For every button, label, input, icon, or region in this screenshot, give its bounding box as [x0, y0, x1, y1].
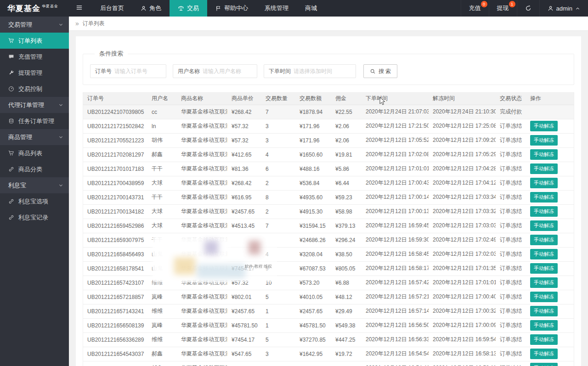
unfreeze-button[interactable]: 手动解冻 — [530, 292, 558, 302]
top-nav: 后台首页角色交易帮助中心系统管理商城 — [92, 0, 325, 17]
sidebar-item-recharge-mgmt[interactable]: 充值管理 — [0, 49, 69, 65]
sidebar-item-goods-list[interactable]: 商品列表 — [0, 145, 69, 161]
cell-price: ¥45781.50 — [227, 318, 261, 332]
unfreeze-button[interactable]: 手动解冻 — [530, 206, 558, 217]
cell-user: 郝鑫 — [147, 347, 177, 361]
cell-price: ¥81.36 — [227, 162, 261, 176]
unfreeze-button[interactable]: 手动解冻 — [530, 277, 558, 288]
sidebar-item-withdraw-mgmt[interactable]: 提现管理 — [0, 65, 69, 81]
wrench-icon — [8, 70, 15, 76]
cell-commission: ¥59.23 — [331, 190, 362, 204]
top-nav-help-center[interactable]: 帮助中心 — [207, 0, 256, 17]
unfreeze-button[interactable]: 手动解冻 — [530, 149, 558, 160]
unfreeze-button[interactable]: 手动解冻 — [530, 192, 558, 203]
sidebar-item-interest-options[interactable]: 利息宝选项 — [0, 193, 69, 209]
breadcrumb-current: 订单列表 — [83, 20, 105, 28]
unfreeze-button[interactable]: 手动解冻 — [530, 349, 558, 359]
unfreeze-button[interactable]: 手动解冻 — [530, 121, 558, 131]
cell-order_time: 2020年12月24日 21:07:03 — [362, 105, 429, 119]
order-no-input[interactable] — [114, 65, 166, 77]
unfreeze-button[interactable]: 手动解冻 — [530, 363, 558, 366]
sidebar-item-agent-order-group[interactable]: 代理订单管理 — [0, 97, 69, 113]
sidebar-item-goods-category[interactable]: 商品分类 — [0, 161, 69, 177]
unfreeze-button[interactable]: 手动解冻 — [530, 263, 558, 274]
unfreeze-button[interactable]: 手动解冻 — [530, 320, 558, 331]
cell-status: 订单冻结 — [496, 304, 526, 318]
unfreeze-button[interactable]: 手动解冻 — [530, 249, 558, 259]
unfreeze-button[interactable]: 手动解冻 — [530, 334, 558, 345]
sidebar-item-interest-records[interactable]: 利息宝记录 — [0, 209, 69, 225]
coins-icon — [8, 118, 15, 124]
top-nav-recharge[interactable]: 充值0 — [461, 0, 489, 17]
top-nav-system-mgmt[interactable]: 系统管理 — [256, 0, 297, 17]
order-time-input[interactable] — [294, 65, 356, 77]
top-nav-trade[interactable]: 交易 — [170, 0, 207, 17]
cell-order_time: 2020年12月12日 16:57:14 — [362, 304, 429, 318]
top-nav-admin[interactable]: admin — [539, 0, 588, 17]
sidebar-item-order-list[interactable]: 订单列表 — [0, 33, 69, 49]
unfreeze-button[interactable]: 手动解冻 — [530, 178, 558, 188]
unfreeze-button[interactable]: 手动解冻 — [530, 306, 558, 316]
cell-qty: 7 — [261, 219, 295, 233]
cell-action: 手动解冻 — [526, 247, 574, 261]
cell-unfreeze_time: 2020年12月24日 21:10:30 — [429, 105, 496, 119]
order-table-wrap: 订单号用户名商品名称商品单价交易数量交易数额佣金下单时间解冻时间交易状态操作UB… — [83, 92, 574, 366]
cell-product: 华夏基金移动互联混合 — [177, 318, 227, 332]
cell-action: 手动解冻 — [526, 176, 574, 190]
cell-amount: ¥1878.94 — [295, 105, 331, 119]
cell-user: 大球 — [147, 219, 177, 233]
cell-price: ¥7454.17 — [227, 261, 261, 276]
person-icon — [141, 6, 147, 11]
sidebar-item-task-order-mgmt[interactable]: 任务订单管理 — [0, 113, 69, 129]
user-name-input[interactable] — [203, 65, 257, 77]
sidebar-item-goods-mgmt-group[interactable]: 商品管理 — [0, 129, 69, 145]
cell-qty: 10 — [261, 276, 295, 290]
top-nav-refresh[interactable] — [517, 0, 539, 17]
cell-order_time: 2020年12月12日 17:00:13 — [362, 204, 429, 219]
sidebar-item-trade-control[interactable]: 交易控制 — [0, 81, 69, 97]
cell-amount: ¥1650.60 — [295, 147, 331, 162]
cell-price: ¥412.65 — [227, 147, 261, 162]
top-nav-home[interactable]: 后台首页 — [92, 0, 132, 17]
cell-action: 手动解冻 — [526, 304, 574, 318]
unfreeze-button[interactable]: 手动解冻 — [530, 163, 558, 174]
search-button[interactable]: 搜 索 — [363, 64, 397, 78]
table-row: UB2012121657218857岚峰华夏基金移动互联混合¥802.015¥4… — [83, 290, 574, 304]
cell-status: 订单冻结 — [496, 233, 526, 247]
cell-product: 华夏基金移动互联混合 — [177, 332, 227, 347]
col-header-qty: 交易数量 — [261, 93, 295, 105]
chevron-down-icon — [58, 22, 63, 27]
person-icon — [548, 6, 554, 11]
top-nav-mall[interactable]: 商城 — [297, 0, 325, 17]
cell-order_time: 2020年12月12日 16:56:50 — [362, 318, 429, 332]
cell-order: UB2012121700438959 — [83, 176, 147, 190]
sidebar-item-trade-mgmt-group[interactable]: 交易管理 — [0, 17, 69, 33]
cell-order: UB2012121657143241 — [83, 304, 147, 318]
cell-amount: ¥171.96 — [295, 119, 331, 133]
col-header-unfreeze_time: 解冻时间 — [429, 93, 496, 105]
top-nav-roles[interactable]: 角色 — [132, 0, 170, 17]
unfreeze-button[interactable]: 手动解冻 — [530, 235, 558, 245]
top-nav-withdraw[interactable]: 提现1 — [489, 0, 517, 17]
unfreeze-button[interactable]: 手动解冻 — [530, 135, 558, 146]
main-content: » 订单列表 条件搜索 订单号 用户名称 下单时间 — [69, 17, 588, 366]
badge-count: 1 — [509, 1, 515, 7]
cell-amount: ¥2457.65 — [295, 304, 331, 318]
table-row: UB2012121659452986大球华夏基金移动互联混合¥4513.457¥… — [83, 219, 574, 233]
cell-commission: ¥379.13 — [331, 219, 362, 233]
user-name-label: 用户名称 — [173, 68, 203, 75]
table-row: UB2012121658456493山鬼华夏基金移动互联混合4¥3208.04¥… — [83, 247, 574, 261]
cell-status: 订单冻结 — [496, 247, 526, 261]
search-icon — [370, 68, 376, 74]
cell-order: UB2012121701017183 — [83, 162, 147, 176]
unfreeze-button[interactable]: 手动解冻 — [530, 220, 558, 231]
table-row: UB2012121700143731干干华夏基金移动互联混合¥616.958¥4… — [83, 190, 574, 204]
cell-commission: ¥549.38 — [331, 318, 362, 332]
order-time-filter: 下单时间 — [264, 64, 356, 78]
menu-toggle[interactable] — [69, 0, 89, 17]
cell-unfreeze_time: 2020年12月12日 17:05:29 — [429, 147, 496, 162]
cell-commission: ¥4.95 — [331, 361, 362, 366]
cell-unfreeze_time: 2020年12月12日 17:04:12 — [429, 176, 496, 190]
link-icon — [8, 166, 15, 172]
sidebar-item-interest-group[interactable]: 利息宝 — [0, 177, 69, 193]
